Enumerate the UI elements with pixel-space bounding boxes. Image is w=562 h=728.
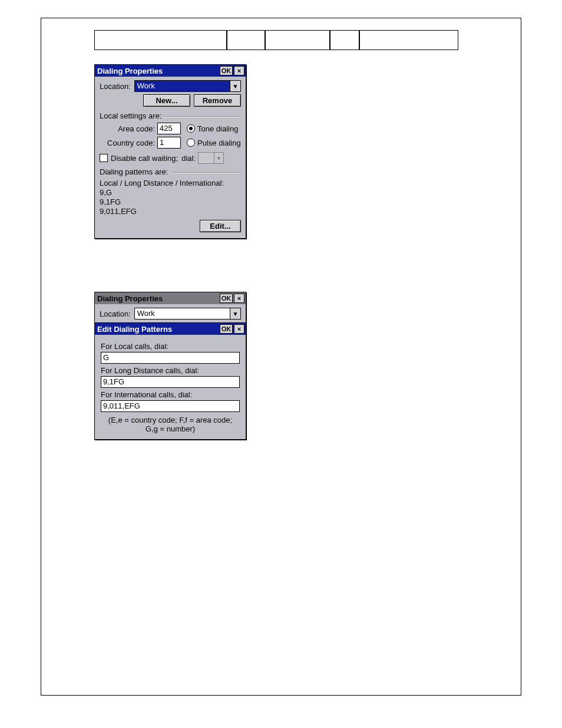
legend-line-1: (E,e = country code; F,f = area code; xyxy=(101,416,240,424)
local-calls-input[interactable]: G xyxy=(101,352,240,364)
window-body: For Local calls, dial: G For Long Distan… xyxy=(95,335,246,439)
pattern-long-distance: 9,1FG xyxy=(100,197,241,207)
pattern-legend: (E,e = country code; F,f = area code; G,… xyxy=(101,416,240,433)
international-input[interactable]: 9,011,EFG xyxy=(101,400,240,412)
chevron-down-icon[interactable]: ▼ xyxy=(230,80,241,92)
disable-call-waiting-label: Disable call waiting; xyxy=(111,154,178,163)
dialog-stack: Dialing Properties OK × Location: Work ▼… xyxy=(94,292,246,445)
dialing-properties-window: Dialing Properties OK × Location: Work ▼… xyxy=(94,64,246,239)
radio-icon xyxy=(187,124,195,133)
header-cell xyxy=(227,30,265,50)
patterns-header-text: Dialing patterns are: xyxy=(100,167,168,176)
header-cell xyxy=(330,30,359,50)
international-label: For International calls, dial: xyxy=(101,390,240,399)
area-code-label: Area code: xyxy=(100,124,157,133)
pattern-local: 9,G xyxy=(100,188,241,197)
chevron-down-icon[interactable]: ▼ xyxy=(230,308,241,319)
remove-button[interactable]: Remove xyxy=(194,94,241,107)
header-cell xyxy=(265,30,330,50)
pattern-international: 9,011,EFG xyxy=(100,207,241,216)
window-title: Edit Dialing Patterns xyxy=(96,325,219,334)
location-value: Work xyxy=(134,308,230,319)
ok-button[interactable]: OK xyxy=(220,294,233,303)
tone-dialing-radio[interactable]: Tone dialing xyxy=(187,124,238,133)
legend-line-2: G,g = number) xyxy=(101,424,240,433)
location-combo[interactable]: Work ▼ xyxy=(134,80,241,92)
tone-dialing-label: Tone dialing xyxy=(197,124,238,133)
dial-label: dial: xyxy=(181,154,196,163)
header-cell xyxy=(94,30,227,50)
location-label: Location: xyxy=(100,309,131,318)
header-table xyxy=(94,30,468,50)
long-distance-label: For Long Distance calls, dial: xyxy=(101,366,240,375)
disable-call-waiting-checkbox[interactable] xyxy=(100,154,108,162)
titlebar-inactive[interactable]: Dialing Properties OK × xyxy=(95,292,246,304)
ok-button[interactable]: OK xyxy=(220,324,233,334)
pattern-list: Local / Long Distance / International: 9… xyxy=(100,179,241,216)
long-distance-input[interactable]: 9,1FG xyxy=(101,376,240,388)
window-title: Dialing Properties xyxy=(96,67,219,75)
patterns-group-label: Dialing patterns are: xyxy=(100,167,241,176)
local-calls-label: For Local calls, dial: xyxy=(101,342,240,351)
header-cell xyxy=(359,30,458,50)
close-icon[interactable]: × xyxy=(234,324,244,334)
area-code-input[interactable]: 425 xyxy=(157,123,181,134)
dial-code-combo: ▼ xyxy=(198,152,224,164)
country-code-label: Country code: xyxy=(100,139,157,147)
page-frame: Dialing Properties OK × Location: Work ▼… xyxy=(41,18,521,696)
close-icon[interactable]: × xyxy=(234,294,244,303)
titlebar[interactable]: Dialing Properties OK × xyxy=(95,65,246,77)
close-icon[interactable]: × xyxy=(234,66,244,75)
window-title: Dialing Properties xyxy=(96,294,219,303)
pulse-dialing-radio[interactable]: Pulse dialing xyxy=(187,139,241,147)
pulse-dialing-label: Pulse dialing xyxy=(197,139,241,147)
country-code-input[interactable]: 1 xyxy=(157,137,181,149)
patterns-subtitle: Local / Long Distance / International: xyxy=(100,179,241,188)
local-settings-text: Local settings are: xyxy=(100,111,162,120)
location-label: Location: xyxy=(100,82,131,91)
titlebar[interactable]: Edit Dialing Patterns OK × xyxy=(95,323,246,335)
window-body: Location: Work ▼ New... Remove Local set… xyxy=(95,77,246,238)
location-combo[interactable]: Work ▼ xyxy=(134,308,241,319)
new-button[interactable]: New... xyxy=(143,94,190,107)
radio-icon xyxy=(187,139,195,147)
local-settings-group-label: Local settings are: xyxy=(100,111,241,120)
edit-dialing-patterns-window: Edit Dialing Patterns OK × For Local cal… xyxy=(94,322,246,440)
ok-button[interactable]: OK xyxy=(220,66,233,75)
location-value: Work xyxy=(134,80,230,92)
edit-button[interactable]: Edit... xyxy=(200,220,241,232)
chevron-down-icon: ▼ xyxy=(214,152,224,164)
dial-code-input xyxy=(198,152,214,164)
